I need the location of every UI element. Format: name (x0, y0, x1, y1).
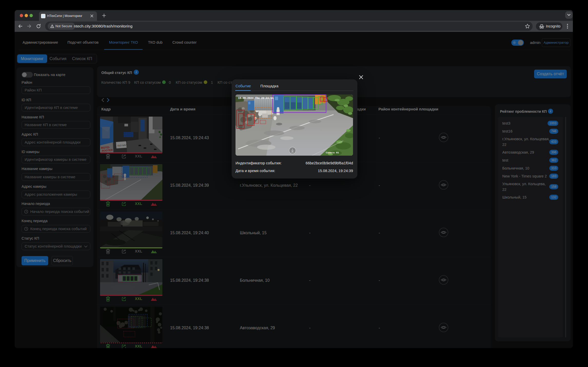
svg-text:15-08-2024 Thu 20:24:54: 15-08-2024 Thu 20:24:54 (238, 97, 273, 100)
svg-text:Camera 01: Camera 01 (326, 151, 339, 154)
